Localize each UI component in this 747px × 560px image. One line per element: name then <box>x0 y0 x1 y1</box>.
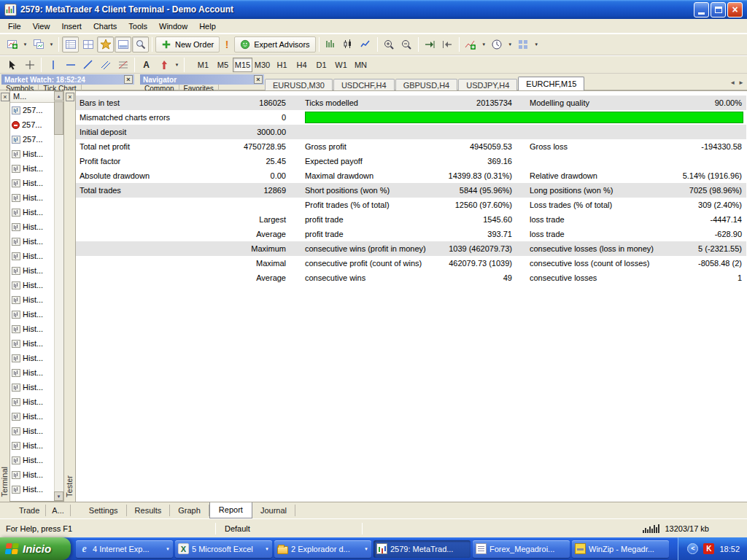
symbol-list-item[interactable]: Hist... <box>10 307 54 322</box>
market-watch-header[interactable]: Market Watch: 18:52:24 × <box>1 74 134 85</box>
symbol-list-item[interactable]: Hist... <box>10 380 54 394</box>
chart-tab-gbpusd-h4[interactable]: GBPUSD,H4 <box>395 79 458 90</box>
menu-item-tools[interactable]: Tools <box>123 20 153 32</box>
profiles-button[interactable] <box>30 36 47 52</box>
periods-button[interactable] <box>489 36 506 52</box>
scroll-left-icon[interactable]: ◄ <box>729 79 735 86</box>
timeframe-button-m30[interactable]: M30 <box>252 58 272 72</box>
symbol-list-item[interactable]: 257... <box>10 117 54 132</box>
navigator-close-button[interactable]: × <box>254 75 263 84</box>
tester-tab-results[interactable]: Results <box>127 505 171 516</box>
zoom-out-button[interactable] <box>398 36 415 52</box>
alerts-button[interactable]: ! <box>220 39 233 50</box>
symbol-list-item[interactable]: Hist... <box>10 394 54 409</box>
auto-scroll-button[interactable] <box>422 36 438 52</box>
trendline-tool-button[interactable] <box>80 57 96 73</box>
symbol-list-item[interactable]: Hist... <box>10 176 54 190</box>
tester-tab-report[interactable]: Report <box>209 502 252 518</box>
minimize-button[interactable] <box>694 2 709 18</box>
symbol-list-item[interactable]: Hist... <box>10 219 54 234</box>
taskbar-button-2579-metatrad[interactable]: 2579: MetaTrad... <box>374 540 471 558</box>
timeframe-button-h1[interactable]: H1 <box>272 58 292 72</box>
timeframe-button-m15[interactable]: M15 <box>233 58 252 72</box>
timeframe-button-m1[interactable]: M1 <box>193 58 213 72</box>
fibonacci-tool-button[interactable] <box>115 57 131 73</box>
dropdown-arrow-icon[interactable]: ▼ <box>21 36 29 52</box>
channel-tool-button[interactable] <box>97 57 114 73</box>
text-tool-button[interactable]: A <box>138 57 155 73</box>
vertical-line-tool-button[interactable] <box>44 57 61 73</box>
symbol-list-item[interactable]: Hist... <box>10 234 54 249</box>
status-profile[interactable]: Default <box>216 524 362 533</box>
horizontal-line-tool-button[interactable] <box>62 57 79 73</box>
timeframe-button-m5[interactable]: M5 <box>213 58 233 72</box>
navigator-header[interactable]: Navigator × <box>140 74 264 85</box>
symbol-list-item[interactable]: Hist... <box>10 292 54 307</box>
dropdown-arrow-icon[interactable]: ▼ <box>506 36 514 52</box>
symbol-list-item[interactable]: Hist... <box>10 424 54 438</box>
menu-item-help[interactable]: Help <box>193 20 222 32</box>
tester-tab-journal[interactable]: Journal <box>252 505 295 516</box>
menu-item-view[interactable]: View <box>27 20 56 32</box>
chart-tab-usdjpy-h4[interactable]: USDJPY,H4 <box>458 79 517 90</box>
candlestick-chart-button[interactable] <box>340 36 357 52</box>
bar-chart-button[interactable] <box>322 36 339 52</box>
dropdown-arrow-icon[interactable]: ▼ <box>173 57 181 73</box>
symbol-list-item[interactable]: Hist... <box>10 351 54 365</box>
terminal-panel-close-button[interactable]: × <box>1 93 9 101</box>
taskbar-button-winzip-megadr[interactable]: WinZip - Megadr... <box>572 540 669 558</box>
restore-button[interactable] <box>711 2 726 18</box>
expert-advisors-button[interactable]: Expert Advisors <box>234 36 315 52</box>
symbol-list-item[interactable]: Hist... <box>10 467 54 482</box>
zoom-in-button[interactable] <box>381 36 398 52</box>
antivirus-tray-icon[interactable]: K <box>703 543 714 554</box>
terminal-tab-a[interactable]: A... <box>46 505 71 516</box>
symbol-list-scrollbar[interactable]: ▲ ▼ <box>54 91 63 501</box>
data-window-toggle-button[interactable] <box>80 36 96 52</box>
terminal-toggle-button[interactable] <box>115 36 131 52</box>
symbol-list-item[interactable]: Hist... <box>10 249 54 263</box>
arrows-tool-button[interactable] <box>155 57 172 73</box>
chart-tab-usdchf-h4[interactable]: USDCHF,H4 <box>333 79 395 90</box>
symbol-list-item[interactable]: 257... <box>10 103 54 117</box>
scroll-right-icon[interactable]: ► <box>738 79 744 86</box>
symbol-list-item[interactable]: Hist... <box>10 453 54 467</box>
chart-shift-button[interactable] <box>439 36 456 52</box>
hide-tray-icons-button[interactable]: < <box>687 543 698 554</box>
indicators-button[interactable] <box>462 36 479 52</box>
symbol-list-item[interactable]: Hist... <box>10 322 54 336</box>
symbol-list-item[interactable]: Hist... <box>10 409 54 424</box>
close-button[interactable]: × <box>727 2 743 18</box>
tester-panel-close-button[interactable]: × <box>66 93 74 101</box>
dropdown-arrow-icon[interactable]: ▼ <box>47 36 55 52</box>
symbol-list-item[interactable]: Hist... <box>10 161 54 176</box>
menu-item-window[interactable]: Window <box>153 20 193 32</box>
terminal-tab-trade[interactable]: Trade <box>13 505 46 516</box>
timeframe-button-mn[interactable]: MN <box>351 58 371 72</box>
timeframe-button-w1[interactable]: W1 <box>331 58 351 72</box>
timeframe-button-h4[interactable]: H4 <box>292 58 311 72</box>
taskbar-button-5-microsoft-excel[interactable]: X5 Microsoft Excel▼ <box>175 540 272 558</box>
scroll-down-icon[interactable]: ▼ <box>54 491 63 501</box>
symbol-list-item[interactable]: Hist... <box>10 278 54 292</box>
strategy-tester-toggle-button[interactable] <box>132 36 149 52</box>
symbol-list-item[interactable]: Hist... <box>10 482 54 497</box>
symbol-list-item[interactable]: Hist... <box>10 190 54 205</box>
symbol-list-item[interactable]: Hist... <box>10 147 54 161</box>
templates-button[interactable] <box>515 36 532 52</box>
symbol-list-item[interactable]: Hist... <box>10 205 54 219</box>
tester-tab-settings[interactable]: Settings <box>81 505 127 516</box>
new-chart-button[interactable] <box>4 36 20 52</box>
symbol-list-item[interactable]: 257... <box>10 132 54 147</box>
line-chart-button[interactable] <box>357 36 374 52</box>
symbol-list-item[interactable]: Hist... <box>10 438 54 453</box>
taskbar-button-2-explorador-d[interactable]: 2 Explorador d...▼ <box>274 540 371 558</box>
symbol-list-item[interactable]: Hist... <box>10 263 54 278</box>
symbol-list-item[interactable]: Hist... <box>10 336 54 351</box>
navigator-toggle-button[interactable] <box>97 36 114 52</box>
dropdown-arrow-icon[interactable]: ▼ <box>480 36 488 52</box>
menu-item-insert[interactable]: Insert <box>55 20 88 32</box>
new-order-button[interactable]: New Order <box>155 36 220 52</box>
market-watch-toggle-button[interactable] <box>62 36 79 52</box>
chart-tab-eurusd-m30[interactable]: EURUSD,M30 <box>265 79 333 90</box>
